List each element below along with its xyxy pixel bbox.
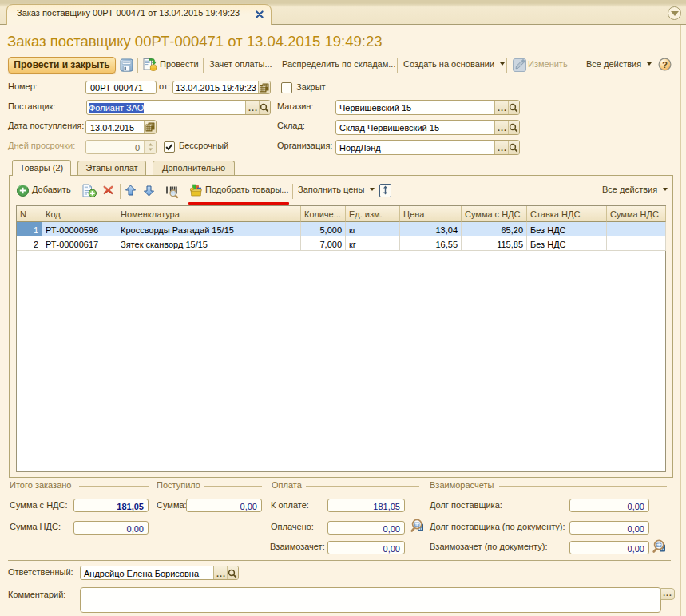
svg-text:?: ? <box>662 60 668 70</box>
